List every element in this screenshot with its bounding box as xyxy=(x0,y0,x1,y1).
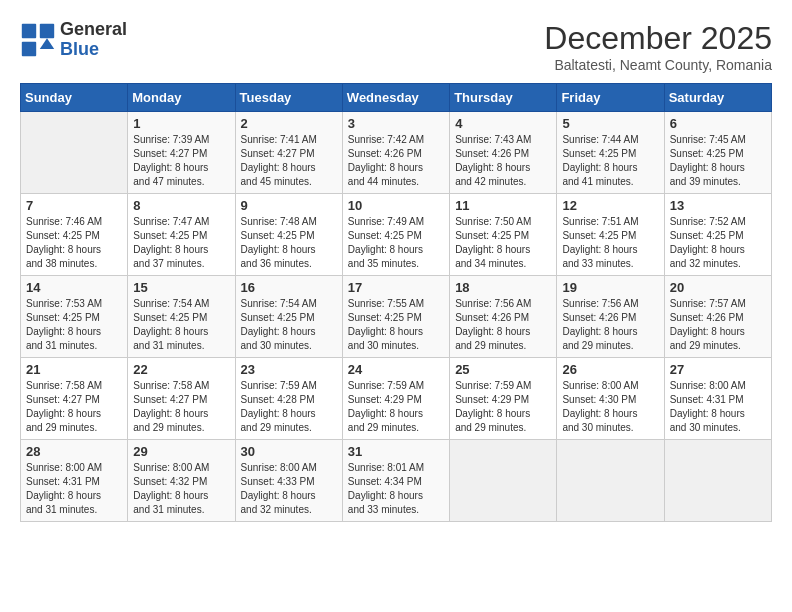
logo-text: General Blue xyxy=(60,20,127,60)
calendar-cell: 4Sunrise: 7:43 AMSunset: 4:26 PMDaylight… xyxy=(450,112,557,194)
day-info: Sunrise: 7:48 AMSunset: 4:25 PMDaylight:… xyxy=(241,215,337,271)
day-number: 3 xyxy=(348,116,444,131)
day-number: 4 xyxy=(455,116,551,131)
day-info: Sunrise: 7:45 AMSunset: 4:25 PMDaylight:… xyxy=(670,133,766,189)
day-info: Sunrise: 7:49 AMSunset: 4:25 PMDaylight:… xyxy=(348,215,444,271)
calendar-cell: 16Sunrise: 7:54 AMSunset: 4:25 PMDayligh… xyxy=(235,276,342,358)
calendar-cell: 31Sunrise: 8:01 AMSunset: 4:34 PMDayligh… xyxy=(342,440,449,522)
day-number: 16 xyxy=(241,280,337,295)
day-number: 12 xyxy=(562,198,658,213)
calendar-cell: 12Sunrise: 7:51 AMSunset: 4:25 PMDayligh… xyxy=(557,194,664,276)
day-of-week-header: Saturday xyxy=(664,84,771,112)
logo-blue: Blue xyxy=(60,39,99,59)
calendar-cell: 29Sunrise: 8:00 AMSunset: 4:32 PMDayligh… xyxy=(128,440,235,522)
calendar-week-row: 21Sunrise: 7:58 AMSunset: 4:27 PMDayligh… xyxy=(21,358,772,440)
calendar-cell: 18Sunrise: 7:56 AMSunset: 4:26 PMDayligh… xyxy=(450,276,557,358)
day-info: Sunrise: 7:41 AMSunset: 4:27 PMDaylight:… xyxy=(241,133,337,189)
day-number: 29 xyxy=(133,444,229,459)
day-number: 17 xyxy=(348,280,444,295)
days-of-week-row: SundayMondayTuesdayWednesdayThursdayFrid… xyxy=(21,84,772,112)
calendar-week-row: 14Sunrise: 7:53 AMSunset: 4:25 PMDayligh… xyxy=(21,276,772,358)
day-info: Sunrise: 8:00 AMSunset: 4:32 PMDaylight:… xyxy=(133,461,229,517)
calendar-week-row: 7Sunrise: 7:46 AMSunset: 4:25 PMDaylight… xyxy=(21,194,772,276)
calendar-cell: 27Sunrise: 8:00 AMSunset: 4:31 PMDayligh… xyxy=(664,358,771,440)
calendar-cell: 3Sunrise: 7:42 AMSunset: 4:26 PMDaylight… xyxy=(342,112,449,194)
day-number: 9 xyxy=(241,198,337,213)
day-info: Sunrise: 7:42 AMSunset: 4:26 PMDaylight:… xyxy=(348,133,444,189)
calendar-cell: 9Sunrise: 7:48 AMSunset: 4:25 PMDaylight… xyxy=(235,194,342,276)
day-number: 7 xyxy=(26,198,122,213)
day-number: 27 xyxy=(670,362,766,377)
day-info: Sunrise: 7:53 AMSunset: 4:25 PMDaylight:… xyxy=(26,297,122,353)
calendar-cell: 23Sunrise: 7:59 AMSunset: 4:28 PMDayligh… xyxy=(235,358,342,440)
day-of-week-header: Thursday xyxy=(450,84,557,112)
logo-general: General xyxy=(60,20,127,40)
day-number: 24 xyxy=(348,362,444,377)
calendar-cell xyxy=(450,440,557,522)
calendar-cell: 5Sunrise: 7:44 AMSunset: 4:25 PMDaylight… xyxy=(557,112,664,194)
day-of-week-header: Sunday xyxy=(21,84,128,112)
day-of-week-header: Friday xyxy=(557,84,664,112)
day-number: 15 xyxy=(133,280,229,295)
calendar-cell: 17Sunrise: 7:55 AMSunset: 4:25 PMDayligh… xyxy=(342,276,449,358)
day-info: Sunrise: 7:55 AMSunset: 4:25 PMDaylight:… xyxy=(348,297,444,353)
calendar-cell xyxy=(664,440,771,522)
day-info: Sunrise: 8:00 AMSunset: 4:33 PMDaylight:… xyxy=(241,461,337,517)
svg-rect-2 xyxy=(40,24,54,38)
calendar-cell: 15Sunrise: 7:54 AMSunset: 4:25 PMDayligh… xyxy=(128,276,235,358)
day-number: 30 xyxy=(241,444,337,459)
day-number: 14 xyxy=(26,280,122,295)
day-info: Sunrise: 7:54 AMSunset: 4:25 PMDaylight:… xyxy=(133,297,229,353)
day-number: 22 xyxy=(133,362,229,377)
day-info: Sunrise: 7:51 AMSunset: 4:25 PMDaylight:… xyxy=(562,215,658,271)
calendar-body: 1Sunrise: 7:39 AMSunset: 4:27 PMDaylight… xyxy=(21,112,772,522)
calendar-cell: 19Sunrise: 7:56 AMSunset: 4:26 PMDayligh… xyxy=(557,276,664,358)
day-info: Sunrise: 8:00 AMSunset: 4:31 PMDaylight:… xyxy=(26,461,122,517)
day-number: 21 xyxy=(26,362,122,377)
day-info: Sunrise: 7:56 AMSunset: 4:26 PMDaylight:… xyxy=(455,297,551,353)
calendar-week-row: 1Sunrise: 7:39 AMSunset: 4:27 PMDaylight… xyxy=(21,112,772,194)
day-number: 2 xyxy=(241,116,337,131)
day-info: Sunrise: 7:58 AMSunset: 4:27 PMDaylight:… xyxy=(26,379,122,435)
logo: General Blue xyxy=(20,20,127,60)
calendar-cell: 24Sunrise: 7:59 AMSunset: 4:29 PMDayligh… xyxy=(342,358,449,440)
day-number: 26 xyxy=(562,362,658,377)
day-number: 25 xyxy=(455,362,551,377)
logo-icon xyxy=(20,22,56,58)
day-number: 20 xyxy=(670,280,766,295)
calendar-cell: 10Sunrise: 7:49 AMSunset: 4:25 PMDayligh… xyxy=(342,194,449,276)
calendar-cell: 6Sunrise: 7:45 AMSunset: 4:25 PMDaylight… xyxy=(664,112,771,194)
calendar-cell xyxy=(557,440,664,522)
day-info: Sunrise: 8:00 AMSunset: 4:30 PMDaylight:… xyxy=(562,379,658,435)
day-info: Sunrise: 8:00 AMSunset: 4:31 PMDaylight:… xyxy=(670,379,766,435)
day-number: 31 xyxy=(348,444,444,459)
day-number: 19 xyxy=(562,280,658,295)
svg-rect-1 xyxy=(22,24,36,38)
calendar-cell: 26Sunrise: 8:00 AMSunset: 4:30 PMDayligh… xyxy=(557,358,664,440)
calendar-week-row: 28Sunrise: 8:00 AMSunset: 4:31 PMDayligh… xyxy=(21,440,772,522)
day-number: 8 xyxy=(133,198,229,213)
day-info: Sunrise: 7:57 AMSunset: 4:26 PMDaylight:… xyxy=(670,297,766,353)
day-number: 11 xyxy=(455,198,551,213)
calendar-cell: 21Sunrise: 7:58 AMSunset: 4:27 PMDayligh… xyxy=(21,358,128,440)
day-number: 6 xyxy=(670,116,766,131)
calendar-cell: 28Sunrise: 8:00 AMSunset: 4:31 PMDayligh… xyxy=(21,440,128,522)
day-info: Sunrise: 7:59 AMSunset: 4:29 PMDaylight:… xyxy=(348,379,444,435)
calendar-cell: 25Sunrise: 7:59 AMSunset: 4:29 PMDayligh… xyxy=(450,358,557,440)
calendar-cell: 11Sunrise: 7:50 AMSunset: 4:25 PMDayligh… xyxy=(450,194,557,276)
day-info: Sunrise: 7:50 AMSunset: 4:25 PMDaylight:… xyxy=(455,215,551,271)
day-info: Sunrise: 7:47 AMSunset: 4:25 PMDaylight:… xyxy=(133,215,229,271)
day-of-week-header: Monday xyxy=(128,84,235,112)
day-number: 18 xyxy=(455,280,551,295)
page-header: General Blue December 2025 Baltatesti, N… xyxy=(20,20,772,73)
day-info: Sunrise: 7:59 AMSunset: 4:28 PMDaylight:… xyxy=(241,379,337,435)
day-info: Sunrise: 7:56 AMSunset: 4:26 PMDaylight:… xyxy=(562,297,658,353)
calendar-cell: 30Sunrise: 8:00 AMSunset: 4:33 PMDayligh… xyxy=(235,440,342,522)
calendar-header: SundayMondayTuesdayWednesdayThursdayFrid… xyxy=(21,84,772,112)
calendar-cell: 1Sunrise: 7:39 AMSunset: 4:27 PMDaylight… xyxy=(128,112,235,194)
day-number: 23 xyxy=(241,362,337,377)
day-number: 1 xyxy=(133,116,229,131)
calendar-cell: 14Sunrise: 7:53 AMSunset: 4:25 PMDayligh… xyxy=(21,276,128,358)
location-subtitle: Baltatesti, Neamt County, Romania xyxy=(544,57,772,73)
day-info: Sunrise: 7:59 AMSunset: 4:29 PMDaylight:… xyxy=(455,379,551,435)
